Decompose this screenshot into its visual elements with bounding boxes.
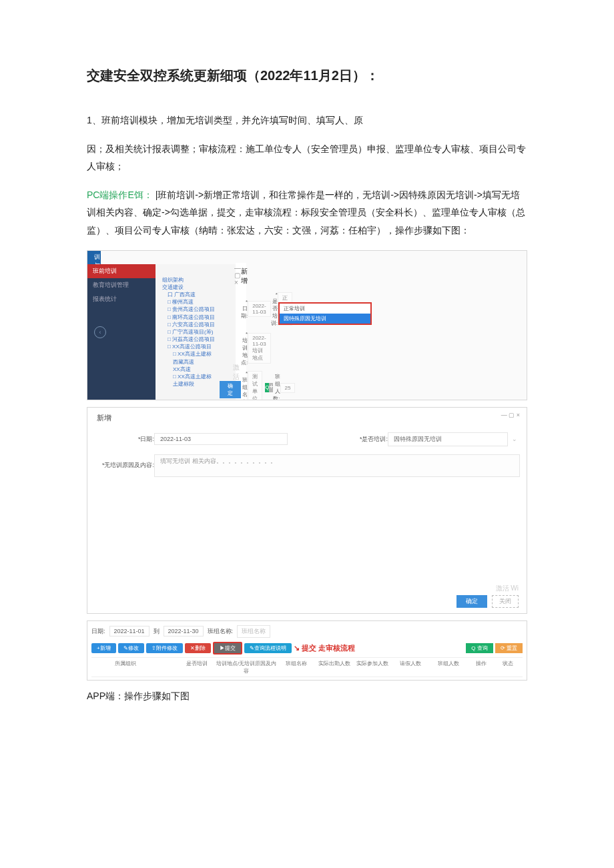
app-label: APP端：操作步骤如下图 <box>87 687 527 705</box>
submit-button[interactable]: ▶提交 <box>213 642 242 655</box>
th: 班组人数 <box>430 660 468 675</box>
tree-node[interactable]: 组织架构 <box>158 276 233 284</box>
tree-node[interactable]: □ XX高速公路项目 <box>158 343 233 350</box>
input-location[interactable]: 2022-11-03培训地点 <box>248 333 270 364</box>
th: 所属组织 <box>106 660 144 675</box>
tree-node[interactable]: □ 贵州高速公路项目 <box>158 306 233 313</box>
ok-button[interactable]: 确定 <box>456 595 487 608</box>
td: 0 <box>430 680 468 681</box>
tree-node[interactable]: □ XX高速土建标 <box>158 350 233 358</box>
label-type: *是否培训: <box>328 435 388 444</box>
screenshot-2: — ▢ × 新增 *日期: 2022-11-03 *是否培训: 因特殊原因无培训… <box>87 407 527 614</box>
input-date-to[interactable]: 2022-11-30 <box>164 626 204 636</box>
td: 土建测试1标 <box>106 680 144 681</box>
tree-node[interactable]: □ XX高速土建标 <box>158 373 233 380</box>
menu-item-2[interactable]: 教育培训管理 <box>87 278 156 292</box>
th: 状态 <box>495 660 521 675</box>
th: 实际参加人数 <box>353 660 391 675</box>
input-class[interactable]: 班组名称 <box>237 625 270 638</box>
label-bznum: 班组人数: <box>273 373 280 400</box>
table-header: 所属组织 是否培训 培训地点/无培训原因及内容 班组名称 实际出勤人数 实际参加… <box>91 657 523 677</box>
attachment-button[interactable]: ⇪附件修改 <box>146 643 183 653</box>
org-tree[interactable]: 组织架构 交通建设 口 广西高速 □ 柳州高速 □ 贵州高速公路项目 □ 南环高… <box>156 264 236 400</box>
td: 0 <box>353 680 391 681</box>
menu-active[interactable]: 班前培训 <box>87 264 156 278</box>
tree-node[interactable]: □ 柳州高速 <box>158 298 233 306</box>
label-date: 日期: <box>91 627 105 636</box>
window-controls[interactable]: — ▢ × <box>501 412 520 418</box>
type-dropdown: 正常培训 因特殊原因无培训 <box>278 302 372 325</box>
input-class[interactable]: 测试单位 <box>248 371 262 400</box>
tree-node[interactable]: 口 广西高速 <box>158 291 233 298</box>
th: 实际出勤人数 <box>315 660 353 675</box>
pc-body: |班前培训->新增正常培训，和往常操作是一样的，无培训->因特殊原因无培训->填… <box>87 189 525 236</box>
dialog-title: 新增 <box>87 408 527 428</box>
th: 操作 <box>468 660 495 675</box>
td: 因特殊原因无培训 <box>178 680 216 681</box>
th: 请假人数 <box>392 660 430 675</box>
label-class: 班组名称: <box>208 627 234 636</box>
dropdown-option-selected[interactable]: 因特殊原因无培训 <box>280 314 370 324</box>
arrow-text: 提交 走审核流程 <box>302 643 355 653</box>
tree-node[interactable]: □ 南环高速公路项目 <box>158 314 233 321</box>
td: 填写无培训 相关内容。。。。。。。。。。 <box>216 680 277 681</box>
cancel-button[interactable]: 关闭 <box>492 595 519 608</box>
select-type[interactable]: 正常培训 正常培训 因特殊原因无培训 <box>278 292 292 326</box>
textarea-reason[interactable]: 填写无培训 相关内容。。。。。。。。。。 <box>154 454 520 477</box>
arrow-icon: ↘ <box>294 644 300 653</box>
left-menu: 班前培训 教育培训管理 报表统计 ‹ <box>87 264 156 400</box>
doc-title: 交建安全双控系统更新细项（2022年11月2日）： <box>87 67 527 85</box>
tree-node[interactable]: □ 六安高速公路项目 <box>158 321 233 328</box>
reset-button[interactable]: ⟳ 重置 <box>495 643 523 653</box>
delete-button[interactable]: ✕删除 <box>185 643 211 653</box>
form-dialog: — ▢ × 新增 *日期: 2022-11-03 *是否培训: 正常培训 正常培… <box>236 263 246 400</box>
process-button[interactable]: ✎查询流程说明 <box>244 643 292 653</box>
pc-label: PC端操作E饵： <box>87 189 153 200</box>
label-type: *是否培训: <box>271 292 278 327</box>
query-button[interactable]: Q 查询 <box>466 643 493 653</box>
label-class: *班组名称: <box>241 370 248 400</box>
td: 2022-11-03 <box>144 680 178 681</box>
label-location: *培训地点: <box>241 331 248 366</box>
input-bznum[interactable]: 25 <box>280 383 296 393</box>
label-date: *日期: <box>241 299 248 320</box>
label-date: *日期: <box>94 435 154 444</box>
tree-node[interactable]: □ 河荔高速公路项目 <box>158 336 233 343</box>
tree-node[interactable]: 交通建设 <box>158 284 233 291</box>
tree-node[interactable]: 西藏高速 <box>158 358 233 366</box>
paragraph-1: 1、班前培训模块，增加无培训类型，并允许填写时间、填写人、原 <box>87 111 527 129</box>
input-date[interactable]: 2022-11-03 <box>248 301 270 317</box>
label-to: 到 <box>154 627 160 636</box>
screenshot-3: 日期: 2022-11-01 到 2022-11-30 班组名称: 班组名称 +… <box>87 620 527 681</box>
td <box>277 680 315 681</box>
window-controls[interactable]: — ▢ × <box>234 264 241 286</box>
th: 培训地点/无培训原因及内容 <box>216 660 277 675</box>
input-date-from[interactable]: 2022-11-01 <box>109 626 149 636</box>
td-op[interactable]: 附件 <box>468 680 495 681</box>
watermark: 激活 Wi <box>496 584 519 593</box>
pc-paragraph: PC端操作E饵： |班前培训->新增正常培训，和往常操作是一样的，无培训->因特… <box>87 186 527 240</box>
td: 0 <box>315 680 353 681</box>
menu-item-3[interactable]: 报表统计 <box>87 292 156 306</box>
dropdown-option[interactable]: 正常培训 <box>280 304 370 314</box>
paragraph-2: 因；及相关统计报表调整；审核流程：施工单位专人（安全管理员）申报、监理单位专人审… <box>87 140 527 175</box>
th <box>144 660 178 675</box>
screenshot-1: 安全培训与交底 班前培训 教育培训管理 报表统计 ‹ 组织架构 交通建设 口 广… <box>87 250 527 400</box>
chevron-down-icon[interactable]: ⌄ <box>512 436 517 442</box>
tree-node[interactable]: XX高速 <box>158 366 233 373</box>
td: 保存 <box>495 680 521 681</box>
td: 0 <box>392 680 430 681</box>
save-button[interactable]: 确定 <box>220 381 241 398</box>
collapse-icon[interactable]: ‹ <box>94 326 106 338</box>
th: 班组名称 <box>277 660 315 675</box>
input-date[interactable]: 2022-11-03 <box>154 433 288 445</box>
checkbox-icon[interactable] <box>98 680 105 681</box>
th <box>93 660 106 675</box>
modify-button[interactable]: ✎修改 <box>118 643 144 653</box>
label-reason: *无培训原因及内容: <box>94 461 154 470</box>
th: 是否培训 <box>178 660 216 675</box>
select-type[interactable]: 因特殊原因无培训 <box>388 432 508 446</box>
tree-node[interactable]: □ 广宁高速项目(筹) <box>158 328 233 336</box>
add-button[interactable]: +新增 <box>91 643 116 653</box>
table-row[interactable]: 1 土建测试1标 2022-11-03 因特殊原因无培训 填写无培训 相关内容。… <box>91 677 523 681</box>
